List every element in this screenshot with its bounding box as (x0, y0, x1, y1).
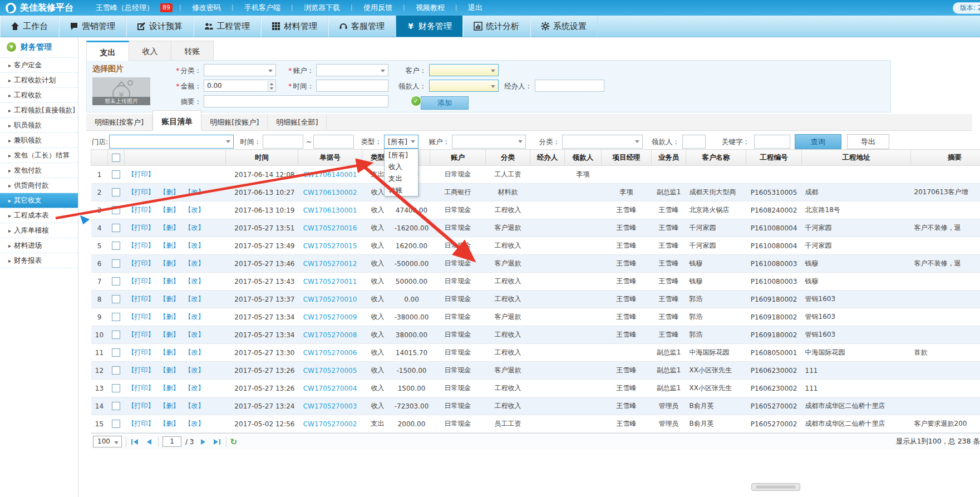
sidebar-item-9[interactable]: ▸其它收支 (0, 193, 78, 208)
sidebar-item-6[interactable]: ▸发包（工长）结算 (0, 148, 78, 163)
time-from-input[interactable] (263, 135, 303, 149)
doc-number-link[interactable]: CW1706130001 (303, 206, 357, 214)
customer-select[interactable] (429, 64, 499, 76)
last-page-button[interactable] (212, 437, 222, 447)
type-filter-select[interactable]: [所有] (384, 135, 418, 149)
top-menu-item-0[interactable]: 修改密码 (184, 3, 229, 13)
sidebar-item-4[interactable]: ▸职员领款 (0, 118, 78, 133)
sidebar-item-8[interactable]: ▸供货商付款 (0, 178, 78, 193)
summary-input[interactable] (204, 95, 388, 107)
row-checkbox[interactable] (112, 295, 120, 303)
top-menu-item-1[interactable]: 手机客户端 (236, 3, 289, 13)
row-action-0[interactable]: 【打印】 (128, 242, 155, 249)
form-tab-expense[interactable]: 支出 (86, 41, 129, 61)
row-checkbox[interactable] (112, 206, 120, 214)
row-checkbox[interactable] (112, 331, 120, 339)
account-select[interactable] (316, 64, 388, 76)
type-dropdown-option-3[interactable]: 转账 (385, 184, 418, 196)
doc-number-link[interactable]: CW1705270008 (303, 331, 357, 339)
row-action-1[interactable]: 【删】 (160, 224, 180, 232)
row-action-2[interactable]: 【改】 (185, 331, 205, 338)
row-action-0[interactable]: 【打印】 (128, 420, 155, 427)
row-action-1[interactable]: 【删】 (160, 188, 180, 196)
select-all-checkbox[interactable] (112, 154, 120, 162)
row-action-0[interactable]: 【打印】 (128, 384, 155, 392)
payee-select[interactable] (429, 80, 499, 92)
row-action-2[interactable]: 【改】 (185, 206, 205, 214)
top-menu-item-2[interactable]: 浏览器下载 (296, 3, 348, 13)
row-action-0[interactable]: 【打印】 (128, 277, 155, 285)
notification-badge[interactable]: 89 (160, 3, 173, 12)
nav-tab-system[interactable]: 系统设置 (530, 16, 598, 37)
amount-input[interactable]: 0.00 (204, 80, 276, 92)
subtab-0[interactable]: 明细账[按客户] (86, 114, 152, 130)
row-checkbox[interactable] (112, 366, 120, 375)
operator-input[interactable] (535, 80, 604, 92)
payee-filter-input[interactable] (682, 135, 706, 149)
row-action-0[interactable]: 【打印】 (128, 366, 155, 374)
nav-tab-service[interactable]: 客服管理 (328, 16, 396, 37)
sidebar-item-13[interactable]: ▸财务报表 (0, 253, 78, 268)
row-action-2[interactable]: 【改】 (185, 259, 205, 267)
form-tab-income[interactable]: 收入 (129, 41, 171, 61)
row-checkbox[interactable] (112, 188, 120, 196)
doc-number-link[interactable]: CW1705270006 (303, 349, 357, 357)
top-menu-item-3[interactable]: 使用反馈 (355, 3, 401, 13)
row-checkbox[interactable] (112, 242, 120, 250)
horizontal-scrollbar-thumb[interactable] (751, 483, 800, 491)
row-action-1[interactable]: 【删】 (160, 402, 180, 410)
row-checkbox[interactable] (112, 348, 120, 357)
row-action-1[interactable]: 【删】 (160, 206, 180, 214)
nav-tab-finance[interactable]: ¥财务管理 (396, 16, 463, 37)
row-action-2[interactable]: 【改】 (185, 188, 205, 196)
type-dropdown-option-2[interactable]: 支出 (385, 173, 418, 184)
row-checkbox[interactable] (112, 224, 120, 232)
row-action-2[interactable]: 【改】 (185, 420, 205, 427)
row-action-1[interactable]: 【删】 (160, 242, 180, 249)
doc-number-link[interactable]: CW1705270016 (303, 224, 357, 232)
row-action-0[interactable]: 【打印】 (128, 348, 155, 356)
row-checkbox[interactable] (112, 277, 120, 286)
row-action-2[interactable]: 【改】 (185, 366, 205, 374)
refresh-icon[interactable]: ↻ (230, 437, 238, 447)
row-action-1[interactable]: 【删】 (160, 331, 180, 338)
nav-tab-project[interactable]: 工程管理 (194, 16, 261, 37)
row-action-1[interactable]: 【删】 (160, 277, 180, 285)
row-action-0[interactable]: 【打印】 (128, 188, 155, 196)
sidebar-item-7[interactable]: ▸发包付款 (0, 163, 78, 178)
row-action-2[interactable]: 【改】 (185, 313, 205, 321)
nav-tab-material[interactable]: 材料管理 (261, 16, 328, 37)
export-button[interactable]: 导出 (847, 134, 889, 149)
user-label[interactable]: 王雪峰（总经理） (93, 3, 156, 13)
sidebar-item-1[interactable]: ▸工程收款计划 (0, 73, 78, 88)
account-filter-select[interactable] (452, 135, 526, 149)
type-dropdown-option-1[interactable]: 收入 (385, 161, 418, 173)
doc-number-link[interactable]: CW1705270002 (303, 420, 357, 428)
nav-tab-stats[interactable]: 统计分析 (463, 16, 530, 37)
row-checkbox[interactable] (112, 259, 120, 268)
doc-number-link[interactable]: CW1706140001 (303, 171, 357, 179)
doc-number-link[interactable]: CW1705270010 (303, 296, 357, 303)
row-checkbox[interactable] (112, 402, 120, 410)
keyword-filter-input[interactable] (754, 135, 790, 149)
row-action-2[interactable]: 【改】 (185, 348, 205, 356)
row-checkbox[interactable] (112, 420, 120, 428)
nav-tab-design[interactable]: 设计预算 (126, 16, 194, 37)
doc-number-link[interactable]: CW1705270012 (303, 260, 357, 268)
category-filter-select[interactable] (562, 135, 643, 149)
subtab-3[interactable]: 明细账[全部] (268, 114, 327, 130)
sidebar-header[interactable]: ▼ 财务管理 (0, 37, 78, 58)
doc-number-link[interactable]: CW1705270015 (303, 242, 357, 250)
sidebar-item-10[interactable]: ▸工程成本表 (0, 208, 78, 223)
page-size-select[interactable]: 100 (93, 436, 122, 447)
add-button[interactable]: 添加 (421, 96, 469, 110)
row-action-0[interactable]: 【打印】 (128, 295, 155, 303)
doc-number-link[interactable]: CW1706130002 (303, 189, 357, 196)
row-action-0[interactable]: 【打印】 (128, 170, 155, 178)
row-action-0[interactable]: 【打印】 (128, 331, 155, 338)
row-action-1[interactable]: 【删】 (160, 313, 180, 321)
row-action-2[interactable]: 【改】 (185, 295, 205, 303)
amount-stepper[interactable] (268, 81, 275, 92)
type-dropdown-option-0[interactable]: [所有] (385, 149, 418, 161)
row-action-2[interactable]: 【改】 (185, 384, 205, 392)
